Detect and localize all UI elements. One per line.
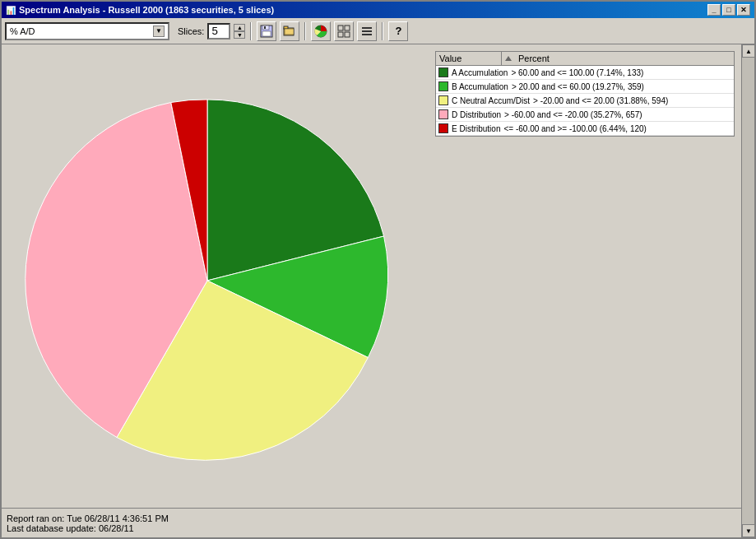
maximize-button[interactable]: □ <box>722 4 735 16</box>
pie-chart-button[interactable] <box>311 21 331 41</box>
pie-chart <box>18 79 413 474</box>
svg-rect-3 <box>264 26 266 29</box>
slices-spinner: ▲ ▼ <box>234 24 245 39</box>
separator-2 <box>304 22 306 40</box>
legend-color-e <box>438 123 448 133</box>
save-button[interactable] <box>257 21 276 41</box>
title-bar-controls: _ □ ✕ <box>707 4 750 16</box>
help-button[interactable]: ? <box>388 21 408 41</box>
legend-row-e: E Distribution <= -60.00 and >= -100.00 … <box>436 122 734 136</box>
legend-row-a: A Accumulation > 60.00 and <= 100.00 (7.… <box>436 66 734 80</box>
svg-rect-6 <box>285 29 294 35</box>
open-button[interactable] <box>280 21 299 41</box>
legend-label-d: D Distribution <box>452 110 501 119</box>
dropdown-value: % A/D <box>10 26 35 36</box>
svg-rect-8 <box>338 26 343 30</box>
pie-chart-icon <box>314 25 327 38</box>
legend-row-c: C Neutral Accum/Dist > -20.00 and <= 20.… <box>436 94 734 108</box>
legend-percent-header: Percent <box>515 52 734 65</box>
close-button[interactable]: ✕ <box>737 4 750 16</box>
help-icon: ? <box>395 25 401 37</box>
legend-range-e: <= -60.00 and >= -100.00 (6.44%, 120) <box>503 124 646 133</box>
list-button[interactable] <box>357 21 377 41</box>
legend-color-d <box>438 109 448 119</box>
svg-rect-13 <box>362 30 372 32</box>
legend-range-d: > -60.00 and <= -20.00 (35.27%, 657) <box>504 110 642 119</box>
window-title: Spectrum Analysis - Russell 2000 (1863 s… <box>19 5 274 15</box>
open-icon <box>283 25 296 38</box>
legend-area: Value Percent A Accumulation <box>429 44 741 508</box>
status-line-2: Last database update: 06/28/11 <box>7 523 736 533</box>
svg-rect-11 <box>345 32 350 37</box>
status-line-1: Report ran on: Tue 06/28/11 4:36:51 PM <box>7 513 736 523</box>
main-window: 📊 Spectrum Analysis - Russell 2000 (1863… <box>0 0 756 539</box>
scrollbar: ▲ ▼ <box>741 44 754 537</box>
status-bar: Report ran on: Tue 06/28/11 4:36:51 PM L… <box>2 508 741 537</box>
legend-label-a: A Accumulation <box>452 68 508 77</box>
legend-range-c: > -20.00 and <= 20.00 (31.88%, 594) <box>533 96 668 105</box>
minimize-button[interactable]: _ <box>707 4 721 16</box>
slices-label: Slices: <box>178 26 204 36</box>
svg-rect-14 <box>362 34 372 35</box>
content-area: Value Percent A Accumulation <box>2 44 741 508</box>
legend-color-b <box>438 81 448 91</box>
svg-marker-15 <box>505 56 512 61</box>
toolbar: % A/D ▼ Slices: ▲ ▼ <box>2 18 754 44</box>
legend-header: Value Percent <box>436 52 734 66</box>
scroll-track[interactable] <box>742 58 754 524</box>
chart-area <box>2 44 429 508</box>
title-bar-left: 📊 Spectrum Analysis - Russell 2000 (1863… <box>6 5 274 15</box>
legend-range-b: > 20.00 and <= 60.00 (19.27%, 359) <box>512 82 644 91</box>
slices-input[interactable] <box>207 23 230 39</box>
sort-icon <box>503 53 513 63</box>
svg-rect-9 <box>345 26 350 30</box>
svg-rect-2 <box>262 31 271 36</box>
slices-down-button[interactable]: ▼ <box>234 31 245 39</box>
separator-1 <box>250 22 252 40</box>
svg-rect-12 <box>362 27 372 29</box>
legend-range-a: > 60.00 and <= 100.00 (7.14%, 133) <box>511 68 643 77</box>
scroll-down-button[interactable]: ▼ <box>742 524 754 537</box>
scroll-up-button[interactable]: ▲ <box>742 44 754 58</box>
legend-row-d: D Distribution > -60.00 and <= -20.00 (3… <box>436 108 734 122</box>
pie-svg <box>18 79 397 474</box>
svg-rect-5 <box>284 26 288 29</box>
svg-rect-10 <box>338 32 343 37</box>
save-icon <box>260 25 273 38</box>
slices-up-button[interactable]: ▲ <box>234 24 245 31</box>
legend-color-a <box>438 67 448 77</box>
list-icon <box>360 25 373 38</box>
legend-label-b: B Accumulation <box>452 82 508 91</box>
grid-button[interactable] <box>334 21 354 41</box>
legend-table: Value Percent A Accumulation <box>435 51 735 137</box>
indicator-dropdown[interactable]: % A/D ▼ <box>5 22 169 40</box>
legend-value-header: Value <box>436 52 502 65</box>
legend-label-c: C Neutral Accum/Dist <box>452 96 530 105</box>
title-bar: 📊 Spectrum Analysis - Russell 2000 (1863… <box>2 2 754 18</box>
legend-color-c <box>438 95 448 105</box>
dropdown-arrow-icon[interactable]: ▼ <box>153 26 165 37</box>
grid-icon <box>337 25 350 38</box>
legend-label-e: E Distribution <box>452 124 500 133</box>
legend-row-b: B Accumulation > 20.00 and <= 60.00 (19.… <box>436 80 734 94</box>
separator-3 <box>382 22 383 40</box>
